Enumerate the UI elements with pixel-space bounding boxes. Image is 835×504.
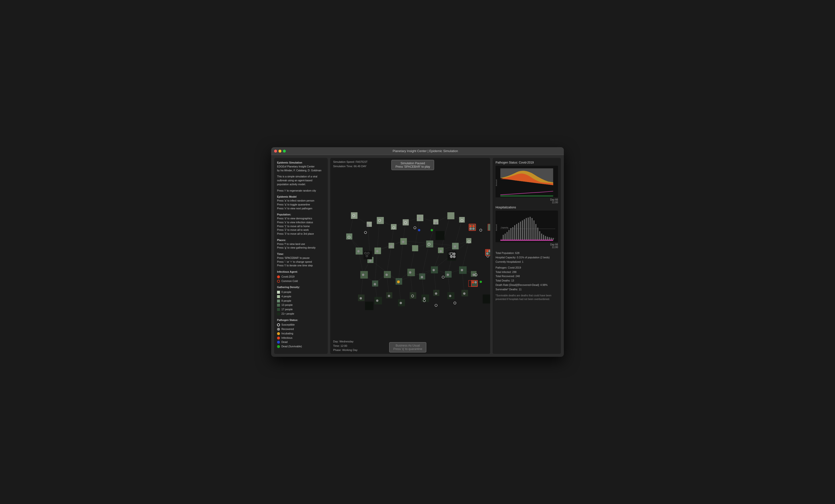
- sim-info: Simulation Speed: FASTEST Simulation Tim…: [333, 160, 367, 168]
- pathogen-status-title: Pathogen Status:: [277, 318, 325, 322]
- svg-point-133: [376, 250, 379, 252]
- stats-section: Total Population: 628 Hospital Capacity:…: [495, 251, 558, 292]
- covid-icon: [277, 275, 280, 278]
- spacebar-label: Press 'SPACEBAR' to pause: [277, 256, 325, 260]
- svg-rect-214: [510, 228, 511, 239]
- move-work-label: Press '2' to move all to work: [277, 228, 325, 232]
- main-content: Epidemic Simulation EDGEof Planetary Ins…: [271, 155, 564, 357]
- svg-rect-78: [412, 245, 418, 251]
- gathering-density-legend: Gathering Density: 0 people 4 people 8 p…: [277, 286, 325, 316]
- time-label: Time: 12:00: [333, 344, 358, 348]
- simulation-map[interactable]: [330, 172, 490, 338]
- death-rate: Death Rate [Dead]/[Recovered+Dead]: 4.98…: [495, 283, 558, 287]
- infection-status-label: Press 's' to view infection status: [277, 220, 325, 225]
- svg-point-148: [423, 297, 426, 299]
- svg-rect-103: [435, 231, 445, 240]
- total-infected: Total Infected: 288: [495, 270, 558, 274]
- cold-icon: [277, 280, 280, 283]
- svg-rect-105: [483, 295, 490, 304]
- minimize-button[interactable]: [279, 150, 281, 152]
- phase-label: Phase: Working Day: [333, 348, 358, 352]
- svg-rect-232: [545, 236, 546, 240]
- density-4: 4 people: [277, 295, 325, 298]
- total-population: Total Population: 628: [495, 251, 558, 255]
- incubating-label: Incubating: [281, 332, 293, 336]
- right-panel: Pathogen Status: Covid-2019: [493, 158, 561, 354]
- svg-rect-79: [426, 240, 433, 248]
- svg-point-185: [469, 228, 472, 230]
- total-recovered: Total Recovered: 248: [495, 274, 558, 278]
- population-title: Population:: [277, 213, 325, 217]
- svg-point-165: [418, 229, 421, 232]
- chart1-day: Day 66 11:00: [495, 198, 558, 204]
- move-home-label: Press '1' to move all to home: [277, 225, 325, 228]
- pathogen-status-legend: Pathogen Status: Susceptible Recovered I…: [277, 318, 325, 349]
- svg-point-136: [440, 250, 442, 252]
- svg-point-134: [390, 246, 393, 248]
- pause-play-button[interactable]: Simulation Paused Press 'SPACEBAR' to pl…: [391, 160, 434, 170]
- sim-footer: Day: Wednesday Time: 12:00 Phase: Workin…: [330, 338, 490, 354]
- svg-point-130: [419, 217, 421, 219]
- titlebar: Planetary Insight Center | Epidemic Simu…: [271, 147, 564, 155]
- density-21: 21+ people: [277, 312, 325, 316]
- svg-point-146: [388, 295, 390, 297]
- places-controls: Places: Press 'f' to view land use Press…: [277, 238, 325, 250]
- svg-rect-97: [410, 292, 416, 299]
- svg-point-151: [463, 292, 466, 295]
- svg-rect-220: [522, 220, 523, 240]
- quarantine-button[interactable]: Business As Usual Press 'q' to quarantin…: [389, 342, 427, 352]
- places-title: Places:: [277, 238, 325, 242]
- app-name: Epidemic Simulation: [277, 161, 325, 165]
- demographics-label: Press 'd' to view demographics: [277, 217, 325, 220]
- map-svg: [330, 172, 490, 338]
- svg-point-145: [376, 299, 379, 302]
- svg-point-156: [397, 280, 400, 284]
- density-17-label: 17 people: [281, 308, 293, 312]
- infectious-icon: [277, 337, 280, 339]
- infectious-agent-legend: Infectious Agent: Covid-2019 Common Cold: [277, 270, 325, 283]
- survivable-note: *Survivable deaths are deaths that could…: [495, 294, 558, 301]
- svg-rect-213: [508, 230, 509, 239]
- svg-point-196: [474, 281, 477, 284]
- close-button[interactable]: [274, 150, 277, 152]
- org-name: EDGEof Planetary Insight Center: [277, 165, 325, 169]
- svg-rect-215: [512, 227, 513, 239]
- svg-point-186: [472, 228, 475, 230]
- maximize-button[interactable]: [283, 150, 286, 152]
- svg-text:Capacity: Capacity: [501, 226, 508, 229]
- svg-rect-216: [514, 225, 515, 239]
- svg-point-135: [402, 241, 404, 243]
- density-0: 0 people: [277, 290, 325, 294]
- svg-point-137: [454, 246, 456, 248]
- legend-cold: Common Cold: [277, 279, 325, 283]
- svg-point-195: [472, 281, 474, 284]
- svg-rect-210: [503, 235, 504, 240]
- density-4-icon: [277, 295, 280, 298]
- day-label: Day: Wednesday: [333, 339, 358, 344]
- svg-point-183: [469, 225, 472, 227]
- incubating-icon: [277, 332, 280, 335]
- svg-rect-236: [553, 238, 554, 239]
- paused-label: Simulation Paused: [395, 162, 430, 165]
- desc-text: This is a simple simulation of a viral o…: [277, 175, 325, 186]
- svg-rect-211: [505, 234, 506, 240]
- dead-icon: [277, 341, 280, 344]
- sim-header: Simulation Speed: FASTEST Simulation Tim…: [330, 158, 490, 172]
- svg-rect-65: [377, 217, 384, 224]
- density-8: 8 people: [277, 299, 325, 303]
- svg-rect-221: [524, 219, 525, 240]
- svg-point-139: [373, 283, 376, 286]
- total-deaths: Total Deaths: 13: [495, 278, 558, 283]
- density-21-label: 21+ people: [281, 312, 294, 316]
- recovered-icon: [277, 328, 280, 331]
- svg-point-188: [486, 250, 489, 252]
- svg-point-141: [409, 271, 411, 274]
- svg-rect-67: [403, 219, 409, 226]
- svg-rect-168: [364, 251, 372, 259]
- density-17-icon: [277, 308, 280, 311]
- density-17: 17 people: [277, 308, 325, 312]
- window-title: Planetary Insight Center | Epidemic Simu…: [290, 149, 561, 153]
- svg-rect-231: [543, 235, 544, 240]
- svg-rect-226: [534, 220, 534, 240]
- sim-speed: Simulation Speed: FASTEST: [333, 160, 367, 164]
